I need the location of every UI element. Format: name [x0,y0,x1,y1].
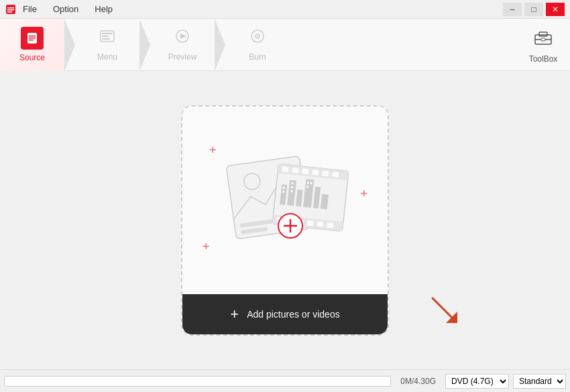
source-icon [25,31,39,45]
svg-rect-53 [310,182,312,184]
svg-rect-10 [102,36,109,37]
status-bar: 0M/4.30G DVD (4.7G) Blu-ray 25G Standard… [0,369,570,392]
preview-step-icon [174,27,191,45]
source-label: Source [19,53,45,62]
svg-rect-47 [282,190,284,192]
toolbox-icon [532,25,554,52]
svg-rect-49 [291,186,293,188]
add-icon: + [230,306,239,323]
burn-icon [249,27,266,49]
svg-rect-20 [541,38,545,41]
svg-rect-32 [332,172,339,178]
deco-plus-tl: + [209,143,217,157]
menu-step-icon [99,27,116,45]
svg-marker-13 [180,34,186,39]
svg-rect-11 [102,38,110,40]
maximize-button[interactable]: □ [524,3,543,16]
menu-help[interactable]: Help [92,3,115,15]
deco-plus-bl: + [203,240,210,254]
window-controls: – □ ✕ [503,3,565,16]
burn-step-icon [249,27,266,45]
nav-steps: Source Menu Pr [0,19,290,70]
add-media-button[interactable]: + Add pictures or videos [182,294,388,334]
svg-rect-31 [322,170,329,176]
svg-line-57 [433,298,455,320]
svg-rect-2 [7,9,14,11]
arrow-hint-icon [429,295,463,328]
svg-rect-50 [290,190,292,192]
preview-label: Preview [168,52,197,62]
arrow-hint [429,295,463,334]
menu-icon [99,27,116,49]
svg-rect-38 [317,221,324,227]
drop-zone-area[interactable]: + + + [182,107,388,294]
svg-rect-29 [302,168,309,174]
nav-step-menu[interactable]: Menu [75,19,139,71]
progress-bar-container [4,376,391,387]
nav-step-burn[interactable]: Burn [225,19,290,71]
nav-step-source[interactable]: Source [0,19,64,71]
svg-rect-39 [327,222,334,228]
illustration-svg [218,133,352,267]
deco-plus-tr: + [360,187,367,201]
source-icon-box [21,27,44,50]
nav-step-preview[interactable]: Preview [150,19,215,71]
menu-bar: File Option Help [20,3,115,15]
quality-select[interactable]: Standard High Low [513,374,566,389]
burn-label: Burn [249,52,266,62]
svg-rect-1 [7,7,14,9]
storage-label: 0M/4.30G [395,377,441,386]
svg-rect-6 [29,38,36,39]
media-illustration [218,133,352,267]
svg-rect-18 [539,32,547,36]
svg-point-16 [257,36,258,37]
svg-rect-28 [292,167,299,173]
title-bar: File Option Help – □ ✕ [0,0,570,19]
svg-rect-48 [291,182,293,184]
preview-icon [174,27,191,49]
svg-rect-3 [7,11,12,13]
minimize-button[interactable]: – [503,3,522,16]
disc-select[interactable]: DVD (4.7G) Blu-ray 25G [445,374,509,389]
add-label: Add pictures or videos [247,309,340,320]
svg-rect-7 [29,40,34,41]
menu-option[interactable]: Option [50,3,81,15]
toolbox-svg-icon [532,25,554,47]
app-icon [5,4,16,15]
main-content: + + + [0,71,570,369]
svg-rect-27 [282,166,289,172]
toolbox-label: ToolBox [529,54,558,64]
svg-rect-51 [307,182,309,184]
main-toolbar: Source Menu Pr [0,19,570,71]
toolbox-button[interactable]: ToolBox [516,19,570,70]
step-separator-1 [64,19,75,71]
close-button[interactable]: ✕ [546,3,565,16]
svg-rect-30 [312,169,319,175]
drop-zone[interactable]: + + + [181,105,389,336]
step-separator-3 [215,19,225,71]
svg-rect-5 [29,36,36,37]
menu-file[interactable]: File [20,3,40,15]
step-separator-2 [139,19,150,71]
menu-label: Menu [97,52,117,62]
svg-rect-52 [306,186,308,188]
svg-rect-9 [102,33,113,34]
svg-rect-46 [283,186,285,188]
svg-rect-37 [306,220,314,226]
